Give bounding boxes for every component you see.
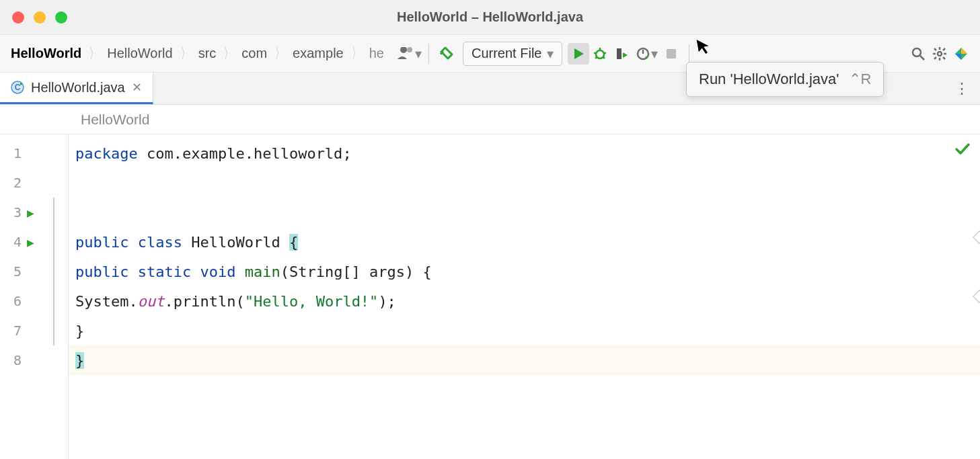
line-number[interactable]: 2	[7, 175, 22, 191]
code-line[interactable]: }	[69, 316, 980, 345]
close-window-button[interactable]	[12, 11, 24, 24]
code-line[interactable]: }	[69, 345, 980, 375]
chevron-down-icon: ▾	[547, 46, 554, 62]
code-line[interactable]: public static void main(String[] args) {	[69, 257, 980, 286]
jetbrains-toolbox-icon[interactable]	[950, 43, 972, 65]
breadcrumb-item[interactable]: src	[196, 44, 219, 62]
breadcrumb-item[interactable]: HelloWorld	[104, 44, 175, 62]
close-tab-icon[interactable]: ✕	[132, 80, 142, 95]
code-with-me-icon[interactable]	[395, 43, 416, 65]
line-number[interactable]: 1	[7, 145, 22, 161]
chevron-right-icon: 〉	[90, 44, 99, 64]
run-config-label: Current File	[472, 46, 541, 61]
tab-options-icon[interactable]: ⋮	[954, 80, 969, 97]
tooltip-label: Run 'HelloWorld.java'	[699, 71, 839, 88]
build-icon[interactable]	[436, 43, 457, 65]
code-line[interactable]	[69, 375, 980, 405]
inspection-ok-icon[interactable]	[954, 141, 971, 157]
tooltip-shortcut: ⌃R	[849, 71, 872, 88]
chevron-right-icon: 〉	[352, 44, 361, 64]
code-editor[interactable]: 1 2 3▶ 4▶ 5 6 7 8 package com.example.he…	[0, 134, 980, 459]
java-class-icon: C	[11, 81, 24, 94]
toolbar-separator	[428, 44, 429, 63]
line-number[interactable]: 6	[7, 293, 22, 309]
chevron-down-icon[interactable]: ▾	[651, 46, 658, 62]
zoom-window-button[interactable]	[55, 11, 67, 24]
chevron-down-icon[interactable]: ▾	[415, 46, 422, 62]
titlebar: HelloWorld – HelloWorld.java	[0, 0, 980, 35]
code-line[interactable]: System.out.println("Hello, World!");	[69, 286, 980, 316]
line-number[interactable]: 5	[7, 263, 22, 280]
mouse-cursor-icon	[695, 36, 714, 56]
breadcrumb-item-collapsed[interactable]: he	[367, 44, 387, 62]
editor-gutter[interactable]: 1 2 3▶ 4▶ 5 6 7 8	[0, 134, 69, 459]
breadcrumb-root[interactable]: HelloWorld	[8, 44, 84, 62]
run-tooltip: Run 'HelloWorld.java' ⌃R	[686, 62, 884, 97]
svg-line-18	[943, 48, 945, 50]
stop-button[interactable]	[661, 43, 682, 65]
chevron-right-icon: 〉	[225, 44, 233, 64]
run-gutter-icon[interactable]: ▶	[27, 206, 34, 220]
editor-context-bar: HelloWorld	[0, 105, 980, 134]
svg-line-19	[934, 57, 936, 59]
code-line[interactable]: package com.example.helloworld;	[69, 138, 980, 168]
line-number[interactable]: 8	[7, 352, 22, 368]
search-icon[interactable]	[907, 43, 929, 65]
svg-point-9	[913, 48, 921, 56]
file-tab-label: HelloWorld.java	[31, 80, 125, 95]
file-tab[interactable]: C HelloWorld.java ✕	[0, 73, 153, 104]
debug-button[interactable]	[589, 43, 611, 65]
code-line[interactable]: public class HelloWorld {	[69, 227, 980, 257]
code-line[interactable]	[69, 168, 980, 227]
svg-text:C: C	[15, 83, 21, 92]
line-number[interactable]: 3	[7, 204, 22, 220]
line-number[interactable]: 7	[7, 323, 22, 339]
run-button[interactable]	[568, 43, 589, 65]
svg-line-17	[943, 57, 945, 59]
svg-rect-8	[667, 49, 676, 58]
coverage-button[interactable]	[611, 43, 632, 65]
minimize-window-button[interactable]	[34, 11, 46, 24]
chevron-right-icon: 〉	[181, 44, 190, 64]
svg-point-11	[938, 52, 942, 56]
settings-icon[interactable]	[929, 43, 950, 65]
context-class[interactable]: HelloWorld	[81, 112, 149, 128]
line-number[interactable]: 4	[7, 234, 22, 250]
breadcrumb: HelloWorld 〉 HelloWorld 〉 src 〉 com 〉 ex…	[8, 44, 387, 64]
chevron-right-icon: 〉	[276, 44, 285, 64]
window-controls	[12, 11, 67, 24]
run-configuration-selector[interactable]: Current File ▾	[463, 42, 562, 66]
svg-line-16	[934, 48, 936, 50]
toolbar-separator	[689, 44, 689, 63]
run-gutter-icon[interactable]: ▶	[27, 235, 34, 249]
window-title: HelloWorld – HelloWorld.java	[397, 9, 583, 25]
breadcrumb-item[interactable]: example	[290, 44, 346, 62]
svg-line-10	[920, 56, 924, 60]
breadcrumb-item[interactable]: com	[239, 44, 270, 62]
code-area[interactable]: package com.example.helloworld;public cl…	[69, 134, 980, 459]
